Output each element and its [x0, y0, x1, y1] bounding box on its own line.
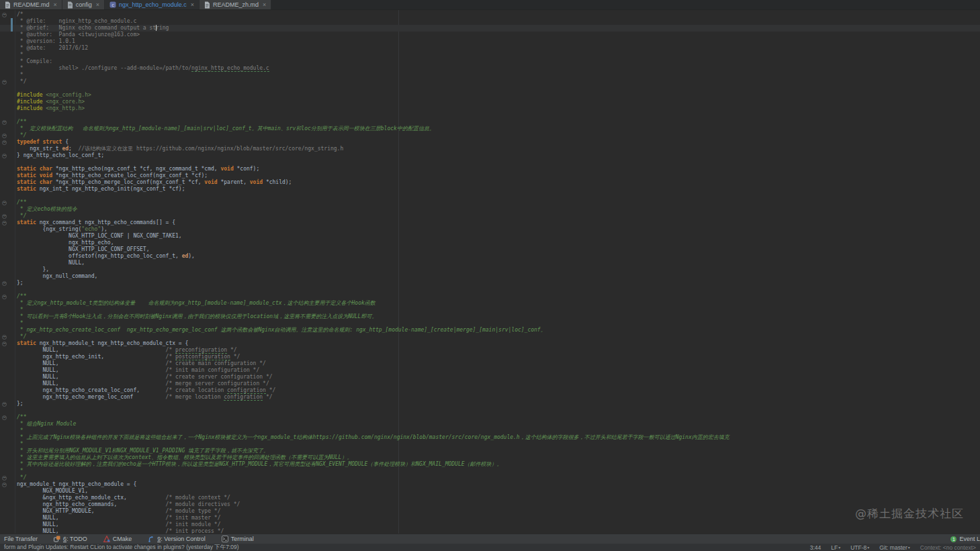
- code-line: * 这里主要需要填入的信息从上到下以依次为context、指令数组、模块类型以及…: [0, 454, 980, 461]
- fold-marker-icon[interactable]: −: [2, 80, 7, 85]
- code-line: * ngx_http_echo_create_loc_conf ngx_http…: [0, 327, 980, 334]
- code-line: * @file: nginx_http_echo_module.c: [0, 18, 980, 25]
- tool-window-bar: File Transfer6: TODOCMake9: Version Cont…: [0, 534, 980, 544]
- code-line: * Compile:: [0, 58, 980, 65]
- tab-readme-zh-md[interactable]: README_zh.md×: [199, 0, 271, 9]
- fold-marker-icon[interactable]: −: [2, 415, 7, 420]
- status-git-branch-value: Git: master: [879, 544, 907, 551]
- code-line: −typedef struct {: [0, 139, 980, 146]
- code-line: #include <ngx_core.h>: [0, 99, 980, 105]
- fold-marker-icon[interactable]: −: [2, 342, 7, 346]
- toolwindow-cmake[interactable]: CMake: [103, 536, 132, 542]
- code-line: #include <ngx_config.h>: [0, 92, 980, 99]
- status-git-branch[interactable]: Git: master▾: [879, 544, 910, 551]
- code-line: NULL, /* init module */: [0, 521, 980, 528]
- status-context-value: Context: <no context>: [920, 544, 976, 551]
- code-line: static void *ngx_http_echo_create_loc_co…: [0, 172, 980, 179]
- code-line: − */: [0, 474, 980, 481]
- tab-config[interactable]: config×: [62, 0, 105, 9]
- code-line: [0, 159, 980, 166]
- toolwindow-label: CMake: [113, 536, 132, 542]
- code-line: −};: [0, 280, 980, 287]
- fold-marker-icon[interactable]: −: [2, 402, 7, 407]
- code-line: −/**: [0, 119, 980, 126]
- event-log-button[interactable]: 1Event L: [950, 534, 980, 544]
- status-caret-position[interactable]: 3:44: [810, 544, 821, 551]
- toolwindow-file-transfer[interactable]: File Transfer: [4, 536, 38, 542]
- code-line: &ngx_http_echo_module_ctx, /* module con…: [0, 495, 980, 501]
- terminal-icon: [222, 536, 228, 542]
- tab-close-icon[interactable]: ×: [263, 2, 266, 8]
- code-line: [0, 407, 980, 414]
- svg-text:c: c: [112, 3, 114, 8]
- code-line: NULL, /* create main configuration */: [0, 360, 980, 367]
- code-area: −/* * @file: nginx_http_echo_module.c * …: [0, 11, 980, 534]
- code-line: ngx_http_echo_merge_loc_conf /* merge lo…: [0, 394, 980, 401]
- code-line: NGX_HTTP_MODULE, /* module type */: [0, 508, 980, 515]
- tab-readme-md[interactable]: README.md×: [0, 0, 62, 9]
- code-line: −};: [0, 401, 980, 407]
- status-caret-position-value: 3:44: [810, 544, 821, 551]
- code-line: *: [0, 72, 980, 79]
- fold-marker-icon[interactable]: −: [2, 120, 7, 125]
- status-file-encoding[interactable]: UTF-8▾: [850, 544, 869, 551]
- toolwindow-label: Terminal: [231, 536, 254, 542]
- fold-marker-icon[interactable]: −: [2, 483, 7, 487]
- chevron-down-icon: ▾: [908, 545, 910, 550]
- code-line: [0, 85, 980, 92]
- code-line: *: [0, 468, 980, 474]
- tab-ngx-http-echo-module-c[interactable]: cngx_http_echo_module.c×: [105, 0, 199, 9]
- code-line: NGX_HTTP_LOC_CONF | NGX_CONF_TAKE1,: [0, 233, 980, 240]
- fold-marker-icon[interactable]: −: [2, 214, 7, 219]
- fold-marker-icon[interactable]: −: [2, 140, 7, 145]
- chevron-down-icon: ▾: [838, 545, 840, 550]
- code-line: *: [0, 428, 980, 434]
- code-line: *: [0, 52, 980, 58]
- code-line: −/*: [0, 11, 980, 18]
- toolwindow-label: 6: TODO: [63, 536, 87, 542]
- tab-close-icon[interactable]: ×: [54, 2, 57, 8]
- fold-marker-icon[interactable]: −: [2, 221, 7, 226]
- tab-close-icon[interactable]: ×: [191, 2, 194, 8]
- status-line-separator[interactable]: LF▾: [831, 544, 840, 551]
- fold-marker-icon[interactable]: −: [2, 295, 7, 299]
- watermark: @稀土掘金技术社区: [855, 506, 964, 521]
- change-marker: [11, 25, 13, 32]
- code-line: ngx_str_t ed; //该结构体定义在这里 https://github…: [0, 146, 980, 152]
- markdown-file-icon: [204, 1, 210, 9]
- tab-label: ngx_http_echo_module.c: [119, 1, 187, 8]
- status-bar: form and Plugin Updates: Restart CLion t…: [0, 544, 980, 551]
- tab-label: README_zh.md: [213, 1, 259, 8]
- code-line: NULL, /* merge server configuration */: [0, 381, 980, 387]
- fold-marker-icon[interactable]: −: [2, 281, 7, 286]
- code-line: −static ngx_command_t ngx_http_echo_comm…: [0, 219, 980, 226]
- code-editor[interactable]: −/* * @file: nginx_http_echo_module.c * …: [0, 10, 980, 534]
- code-line: ngx_http_echo_create_loc_conf, /* create…: [0, 387, 980, 394]
- code-line: [0, 193, 980, 199]
- fold-marker-icon[interactable]: −: [2, 13, 7, 17]
- code-line: −/**: [0, 199, 980, 206]
- toolwindow-terminal[interactable]: Terminal: [222, 536, 254, 542]
- code-line: − */: [0, 334, 980, 340]
- markdown-file-icon: [5, 1, 11, 9]
- tab-close-icon[interactable]: ×: [96, 2, 99, 8]
- code-line: * 定义模块配置结构 命名规则为ngx_http_[module-name]_[…: [0, 126, 980, 132]
- fold-marker-icon[interactable]: −: [2, 134, 7, 138]
- code-line: *: [0, 441, 980, 448]
- code-line: static char *ngx_http_echo_merge_loc_con…: [0, 179, 980, 186]
- code-line-current: * @brief: Nginx echo command output a st…: [0, 25, 980, 32]
- chevron-down-icon: ▾: [867, 545, 869, 550]
- fold-marker-icon[interactable]: −: [2, 154, 7, 158]
- event-log-label: Event L: [959, 536, 980, 542]
- fold-marker-icon[interactable]: −: [2, 335, 7, 340]
- toolwindow-todo[interactable]: 6: TODO: [54, 536, 87, 542]
- code-line: * 上面完成了Nginx模块各种组件的开发下面就是将这些组合起来了，一个Ngin…: [0, 434, 980, 441]
- editor-tab-bar: README.md×config×cngx_http_echo_module.c…: [0, 0, 980, 10]
- fold-marker-icon[interactable]: −: [2, 476, 7, 481]
- fold-marker-icon[interactable]: −: [2, 201, 7, 205]
- status-context[interactable]: Context: <no context>: [920, 544, 976, 551]
- code-line: static ngx_int_t ngx_http_echo_init(ngx_…: [0, 186, 980, 193]
- toolwindow-version-control[interactable]: 9: Version Control: [148, 536, 206, 542]
- code-line: NULL,: [0, 260, 980, 266]
- code-line: [0, 287, 980, 293]
